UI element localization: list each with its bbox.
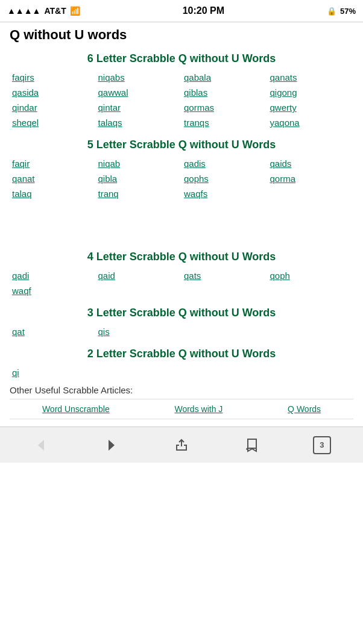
word-grid-5: faqir niqab qadis qaids qanat qibla qoph…: [10, 157, 353, 200]
word-link[interactable]: qi: [10, 366, 96, 379]
word-link[interactable]: qaid: [96, 269, 182, 282]
section-heading-4: 4 Letter Scrabble Q without U Words: [10, 251, 353, 263]
word-link[interactable]: qawwal: [96, 86, 182, 99]
status-right: 🔒 57%: [327, 7, 356, 16]
section-heading-6: 6 Letter Scrabble Q without U Words: [10, 52, 353, 65]
signal-icon: ▲▲▲▲: [7, 6, 40, 16]
word-link[interactable]: qabala: [182, 71, 268, 84]
word-unscramble-link[interactable]: Word Unscramble: [42, 404, 110, 414]
word-link[interactable]: qoph: [268, 269, 354, 282]
words-with-j-link[interactable]: Words with J: [174, 404, 223, 414]
other-articles-label: Other Useful Scrabble Articles:: [10, 385, 353, 395]
word-link[interactable]: qis: [96, 325, 182, 338]
word-link[interactable]: qindar: [10, 101, 96, 114]
word-grid-3: qat qis: [10, 325, 353, 338]
section-heading-5: 5 Letter Scrabble Q without U Words: [10, 139, 353, 151]
word-link[interactable]: qwerty: [268, 101, 354, 114]
lock-icon: 🔒: [327, 7, 336, 16]
status-bar: ▲▲▲▲ AT&T 📶 10:20 PM 🔒 57%: [0, 0, 363, 22]
word-link[interactable]: sheqel: [10, 116, 96, 129]
time-display: 10:20 PM: [183, 5, 224, 16]
tab-count-badge: 3: [313, 436, 331, 454]
word-grid-2: qi: [10, 366, 353, 379]
word-link[interactable]: qintar: [96, 101, 182, 114]
wifi-icon: 📶: [70, 6, 80, 16]
battery: 57%: [340, 7, 356, 16]
word-link[interactable]: tranq: [96, 187, 182, 200]
word-link[interactable]: qibla: [96, 172, 182, 185]
word-link[interactable]: qormas: [182, 101, 268, 114]
word-link[interactable]: qorma: [268, 172, 354, 185]
page-title: Q without U words: [10, 27, 353, 43]
word-link[interactable]: tranqs: [182, 116, 268, 129]
word-link[interactable]: qaids: [268, 157, 354, 170]
carrier: AT&T: [44, 6, 66, 16]
word-grid-4: qadi qaid qats qoph waqf: [10, 269, 353, 297]
word-link[interactable]: yaqona: [268, 116, 354, 129]
svg-marker-0: [38, 440, 44, 451]
word-link[interactable]: qophs: [182, 172, 268, 185]
section-heading-2: 2 Letter Scrabble Q without U Words: [10, 348, 353, 360]
word-link[interactable]: qadis: [182, 157, 268, 170]
word-link[interactable]: qadi: [10, 269, 96, 282]
word-link[interactable]: waqf: [10, 284, 96, 297]
section-heading-3: 3 Letter Scrabble Q without U Words: [10, 307, 353, 319]
bookmarks-button[interactable]: [238, 432, 265, 458]
word-link[interactable]: qigong: [268, 86, 354, 99]
word-link[interactable]: waqfs: [182, 187, 268, 200]
page-content: Q without U words 6 Letter Scrabble Q wi…: [0, 22, 363, 427]
word-link[interactable]: qanats: [268, 71, 354, 84]
word-link[interactable]: qanat: [10, 172, 96, 185]
word-link[interactable]: qats: [182, 269, 268, 282]
word-link[interactable]: talaqs: [96, 116, 182, 129]
forward-button[interactable]: [98, 432, 125, 458]
share-button[interactable]: [168, 432, 195, 458]
word-grid-6: faqirs niqabs qabala qanats qasida qawwa…: [10, 71, 353, 129]
word-link[interactable]: faqirs: [10, 71, 96, 84]
tabs-button[interactable]: 3: [309, 432, 335, 458]
q-words-link[interactable]: Q Words: [288, 404, 321, 414]
word-link[interactable]: niqabs: [96, 71, 182, 84]
bottom-links: Word Unscramble Words with J Q Words: [10, 399, 353, 419]
spacer: [10, 205, 353, 241]
back-button[interactable]: [28, 432, 54, 458]
word-link[interactable]: qiblas: [182, 86, 268, 99]
status-left: ▲▲▲▲ AT&T 📶: [7, 6, 80, 16]
word-link[interactable]: niqab: [96, 157, 182, 170]
browser-nav: 3: [0, 427, 363, 463]
word-link[interactable]: talaq: [10, 187, 96, 200]
word-link[interactable]: faqir: [10, 157, 96, 170]
svg-marker-1: [109, 440, 115, 451]
word-link[interactable]: qat: [10, 325, 96, 338]
word-link[interactable]: qasida: [10, 86, 96, 99]
